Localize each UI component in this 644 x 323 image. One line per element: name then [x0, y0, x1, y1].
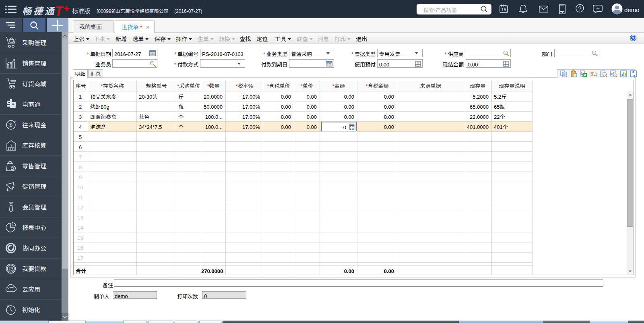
svg-text:贷: 贷 [9, 265, 13, 272]
svg-text:15: 15 [501, 7, 506, 12]
svg-text:$: $ [9, 122, 12, 128]
svg-text:?: ? [578, 5, 582, 12]
svg-text:?: ? [632, 36, 634, 40]
svg-text:¥: ¥ [10, 141, 12, 148]
svg-text:$: $ [12, 166, 14, 171]
